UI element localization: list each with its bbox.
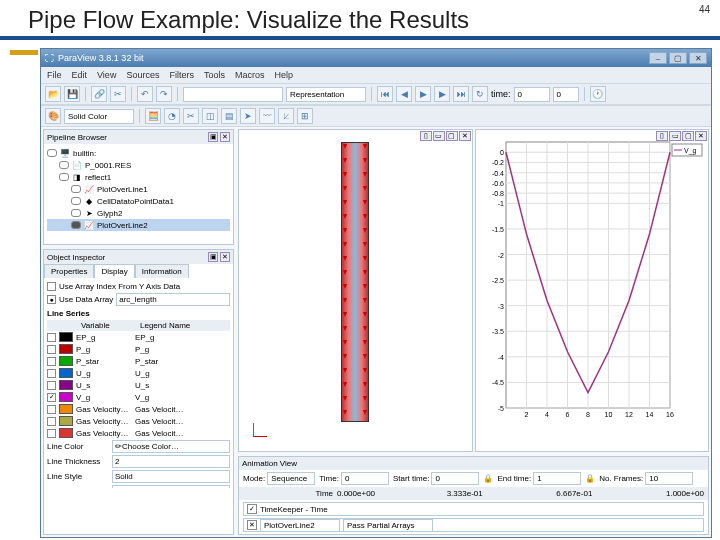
tree-item[interactable]: ➤Glyph2 [47, 207, 230, 219]
menu-sources[interactable]: Sources [126, 70, 159, 80]
anim-time-field[interactable]: 0 [341, 472, 389, 485]
series-row[interactable]: U_sU_s [47, 379, 230, 391]
tree-item[interactable]: 📈PlotOverLine1 [47, 183, 230, 195]
vcr-prev-button[interactable]: ◀ [396, 86, 412, 102]
series-check[interactable] [47, 333, 56, 342]
add-track[interactable]: ✕ PlotOverLine2 Pass Partial Arrays [243, 518, 704, 532]
menu-help[interactable]: Help [274, 70, 293, 80]
line-style-select[interactable]: Solid [112, 470, 230, 483]
tree-item[interactable]: 🖥️builtin: [47, 147, 230, 159]
menu-edit[interactable]: Edit [72, 70, 88, 80]
color-by-select[interactable]: Solid Color [64, 109, 134, 124]
series-swatch[interactable] [59, 380, 73, 390]
use-data-array-check[interactable]: ● [47, 295, 56, 304]
series-swatch[interactable] [59, 356, 73, 366]
open-button[interactable]: 📂 [45, 86, 61, 102]
lock-icon[interactable]: 🔒 [585, 474, 595, 484]
tree-item[interactable]: 📈PlotOverLine2 [47, 219, 230, 231]
active-field[interactable] [183, 87, 283, 102]
visibility-icon[interactable] [59, 173, 69, 181]
visibility-icon[interactable] [71, 185, 81, 193]
series-row[interactable]: ✓V_gV_g [47, 391, 230, 403]
stream-icon[interactable]: 〰 [259, 108, 275, 124]
series-check[interactable] [47, 381, 56, 390]
track-prop-select[interactable]: Pass Partial Arrays [343, 519, 433, 532]
series-check[interactable]: ✓ [47, 393, 56, 402]
close-button[interactable]: ✕ [689, 52, 707, 64]
data-array-select[interactable]: arc_length [116, 293, 230, 306]
visibility-icon[interactable] [47, 149, 57, 157]
series-swatch[interactable] [59, 416, 73, 426]
vcr-play-button[interactable]: ▶ [415, 86, 431, 102]
clip-icon[interactable]: ✂ [183, 108, 199, 124]
visibility-icon[interactable] [71, 209, 81, 217]
series-swatch[interactable] [59, 404, 73, 414]
tab-display[interactable]: Display [94, 264, 134, 278]
representation-select[interactable]: Representation [286, 87, 366, 102]
mode-select[interactable]: Sequence [267, 472, 315, 485]
series-swatch[interactable] [59, 392, 73, 402]
slice-icon[interactable]: ◫ [202, 108, 218, 124]
tab-properties[interactable]: Properties [44, 264, 94, 278]
tree-item[interactable]: ◨reflect1 [47, 171, 230, 183]
marker-style-select[interactable]: None [112, 485, 230, 488]
series-check[interactable] [47, 345, 56, 354]
series-row[interactable]: Gas Velocity…Gas Velocit… [47, 403, 230, 415]
close-view-icon[interactable]: ✕ [459, 131, 471, 141]
series-swatch[interactable] [59, 368, 73, 378]
tree-item[interactable]: ◆CellDatatoPointData1 [47, 195, 230, 207]
series-row[interactable]: P_starP_star [47, 355, 230, 367]
group-icon[interactable]: ⊞ [297, 108, 313, 124]
close-panel-icon[interactable]: ✕ [220, 252, 230, 262]
glyph-icon[interactable]: ➤ [240, 108, 256, 124]
edit-color-icon[interactable]: 🎨 [45, 108, 61, 124]
series-row[interactable]: Gas Velocity…Gas Velocit… [47, 415, 230, 427]
maximize-button[interactable]: ▢ [669, 52, 687, 64]
vcr-next-button[interactable]: ▶ [434, 86, 450, 102]
series-swatch[interactable] [59, 428, 73, 438]
redo-button[interactable]: ↷ [156, 86, 172, 102]
undo-button[interactable]: ↶ [137, 86, 153, 102]
timekeeper-track[interactable]: ✓TimeKeeper - Time [243, 502, 704, 516]
frames-field[interactable]: 10 [645, 472, 693, 485]
series-row[interactable]: U_gU_g [47, 367, 230, 379]
menu-macros[interactable]: Macros [235, 70, 265, 80]
series-check[interactable] [47, 429, 56, 438]
vcr-loop-button[interactable]: ↻ [472, 86, 488, 102]
warp-icon[interactable]: ⟀ [278, 108, 294, 124]
close-panel-icon[interactable]: ✕ [220, 132, 230, 142]
menu-tools[interactable]: Tools [204, 70, 225, 80]
tree-item[interactable]: 📄P_0001.RES [47, 159, 230, 171]
vcr-first-button[interactable]: ⏮ [377, 86, 393, 102]
float-icon[interactable]: ▣ [208, 132, 218, 142]
visibility-icon[interactable] [71, 197, 81, 205]
menu-file[interactable]: File [47, 70, 62, 80]
threshold-icon[interactable]: ▤ [221, 108, 237, 124]
split-v-icon[interactable]: ▭ [433, 131, 445, 141]
vcr-last-button[interactable]: ⏭ [453, 86, 469, 102]
series-row[interactable]: EP_gEP_g [47, 331, 230, 343]
save-button[interactable]: 💾 [64, 86, 80, 102]
use-index-check[interactable] [47, 282, 56, 291]
track-source-select[interactable]: PlotOverLine2 [260, 519, 340, 532]
tab-information[interactable]: Information [135, 264, 189, 278]
thickness-field[interactable]: 2 [112, 455, 230, 468]
max-view-icon[interactable]: ▢ [446, 131, 458, 141]
series-check[interactable] [47, 369, 56, 378]
split-h-icon[interactable]: ▯ [420, 131, 432, 141]
series-swatch[interactable] [59, 332, 73, 342]
calc-icon[interactable]: 🧮 [145, 108, 161, 124]
view-3d[interactable]: ▯▭▢✕ [238, 129, 473, 452]
clock-icon[interactable]: 🕐 [590, 86, 606, 102]
menu-view[interactable]: View [97, 70, 116, 80]
end-time-field[interactable]: 1 [533, 472, 581, 485]
visibility-icon[interactable] [59, 161, 69, 169]
contour-icon[interactable]: ◔ [164, 108, 180, 124]
lock-icon[interactable]: 🔒 [483, 474, 493, 484]
menu-filters[interactable]: Filters [169, 70, 194, 80]
timestep-field[interactable]: 0 [553, 87, 579, 102]
series-row[interactable]: P_gP_g [47, 343, 230, 355]
float-icon[interactable]: ▣ [208, 252, 218, 262]
series-check[interactable] [47, 357, 56, 366]
series-check[interactable] [47, 405, 56, 414]
